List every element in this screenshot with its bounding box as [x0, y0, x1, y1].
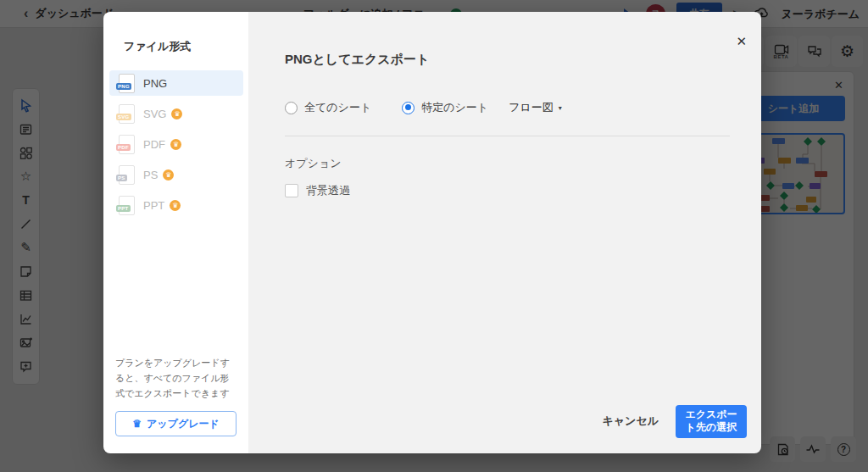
radio-specific-sheet-label[interactable]: 特定のシート	[421, 100, 488, 115]
crown-icon: ♛	[132, 418, 142, 430]
format-label: PPT	[143, 199, 164, 212]
upgrade-button-label: アップグレード	[147, 417, 220, 431]
radio-all-sheets-label[interactable]: 全てのシート	[304, 100, 371, 115]
format-label: PS	[143, 169, 158, 181]
radio-specific-sheet[interactable]	[402, 102, 415, 114]
premium-crown-icon: ♛	[163, 169, 174, 180]
transparent-bg-option: 背景透過	[285, 183, 730, 198]
format-item-ppt[interactable]: PPT PPT ♛	[109, 192, 243, 218]
upgrade-button[interactable]: ♛ アップグレード	[115, 411, 236, 436]
premium-crown-icon: ♛	[170, 139, 181, 150]
transparent-bg-checkbox[interactable]	[285, 184, 298, 197]
export-destination-button[interactable]: エクスポート先の選択	[676, 405, 747, 438]
format-label: PNG	[143, 77, 167, 90]
png-file-icon: PNG	[119, 74, 135, 93]
close-icon[interactable]: ✕	[736, 34, 747, 49]
format-item-pdf[interactable]: PDF PDF ♛	[109, 131, 243, 157]
transparent-bg-label[interactable]: 背景透過	[306, 183, 350, 198]
pdf-file-icon: PDF	[119, 135, 135, 154]
sheet-select-value: フロー図	[509, 100, 554, 115]
options-title: オプション	[285, 156, 730, 171]
format-item-ps[interactable]: PS PS ♛	[109, 162, 243, 187]
svg-file-icon: SVG	[119, 104, 135, 124]
cancel-button[interactable]: キャンセル	[602, 414, 659, 429]
radio-all-sheets[interactable]	[285, 102, 298, 114]
format-item-svg[interactable]: SVG SVG ♛	[109, 101, 243, 126]
section-divider	[285, 136, 730, 136]
export-dialog-title: PNGとしてエクスポート	[285, 52, 730, 68]
format-label: PDF	[143, 138, 165, 151]
upgrade-section: プランをアップグレードすると、すべてのファイル形式でエクスポートできます ♛ ア…	[103, 355, 248, 453]
format-item-png[interactable]: PNG PNG	[109, 70, 243, 96]
ps-file-icon: PS	[119, 165, 135, 185]
file-format-title: ファイル形式	[103, 39, 248, 68]
premium-crown-icon: ♛	[171, 108, 182, 119]
export-dialog: ファイル形式 PNG PNG SVG SVG ♛ PDF PDF ♛ PS PS…	[103, 12, 761, 453]
file-format-sidebar: ファイル形式 PNG PNG SVG SVG ♛ PDF PDF ♛ PS PS…	[103, 12, 248, 453]
upgrade-note: プランをアップグレードすると、すべてのファイル形式でエクスポートできます	[115, 355, 236, 401]
premium-crown-icon: ♛	[170, 200, 181, 211]
dialog-footer: キャンセル エクスポート先の選択	[602, 405, 747, 438]
caret-down-icon: ▾	[559, 104, 562, 112]
format-label: SVG	[143, 108, 166, 120]
export-main-panel: ✕ PNGとしてエクスポート 全てのシート 特定のシート フロー図 ▾ オプショ…	[248, 12, 761, 453]
sheet-select-dropdown[interactable]: フロー図 ▾	[509, 100, 562, 115]
ppt-file-icon: PPT	[119, 196, 135, 215]
sheet-scope-options: 全てのシート 特定のシート フロー図 ▾	[285, 100, 730, 115]
